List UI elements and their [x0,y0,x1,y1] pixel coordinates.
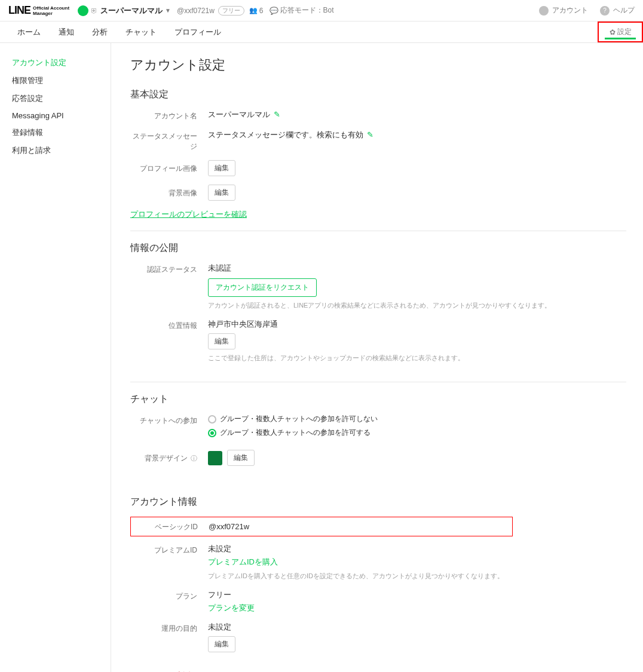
premium-id-value: 未設定 [208,544,626,554]
purpose-label: 運用の目的 [130,622,208,634]
main-nav: ホーム 通知 分析 チャット プロフィール ✿設定 [0,22,643,43]
user-icon [539,6,549,16]
main-content: アカウント設定 基本設定 アカウント名 スーパーマルマル✎ ステータスメッセージ… [111,43,643,672]
account-info-heading: アカウント情報 [130,496,626,508]
chevron-down-icon[interactable]: ▼ [165,7,171,14]
location-value: 神戸市中央区海岸通 [208,319,626,330]
radio-join-on[interactable]: グループ・複数人チャットへの参加を許可する [208,428,626,438]
nav-profile[interactable]: プロフィール [166,22,230,42]
chat-icon: 💬 [270,7,278,15]
sidebar-item-messaging-api[interactable]: Messaging API [0,108,111,124]
purpose-value: 未設定 [208,622,626,633]
gear-icon: ✿ [610,28,616,36]
bg-color-swatch[interactable] [208,451,222,465]
basic-id-value: @xxf0721w [209,522,512,531]
edit-purpose-button[interactable]: 編集 [208,636,235,652]
chat-join-label: チャットへの参加 [130,414,208,426]
account-avatar[interactable] [78,5,88,16]
nav-home[interactable]: ホーム [8,22,50,42]
member-count: 👥6 [249,7,264,15]
chat-bg-label: 背景デザイン ⓘ [130,450,208,464]
sidebar-item-registration[interactable]: 登録情報 [0,124,111,142]
buy-premium-id-link[interactable]: プレミアムIDを購入 [208,557,278,566]
edit-chat-bg-button[interactable]: 編集 [227,450,255,466]
chat-heading: チャット [130,393,626,406]
profile-image-label: プロフィール画像 [130,160,208,174]
verify-hint: アカウントが認証されると、LINEアプリの検索結果などに表示されるため、アカウン… [208,300,626,311]
sidebar-item-billing[interactable]: 利用と請求 [0,142,111,159]
plan-value: フリー [208,590,626,600]
account-handle: @xxf0721w [177,7,215,15]
plan-badge: フリー [218,6,244,16]
section-disclosure: 情報の公開 認証ステータス 未認証 アカウント認証をリクエスト アカウントが認証… [130,242,626,382]
nav-notifications[interactable]: 通知 [50,22,83,42]
disclosure-heading: 情報の公開 [130,242,626,254]
edit-location-button[interactable]: 編集 [208,333,235,349]
nav-settings[interactable]: ✿設定 [598,22,643,42]
bg-image-label: 背景画像 [130,185,208,198]
logo: LINE [8,4,30,17]
logo-subtitle: Official AccountManager [33,5,69,16]
sidebar-item-permissions[interactable]: 権限管理 [0,72,111,90]
account-name-label: アカウント名 [130,109,208,121]
status-value: ステータスメッセージ欄です。検索にも有効 [208,130,363,139]
basic-heading: 基本設定 [130,88,626,101]
edit-status-icon[interactable]: ✎ [367,130,373,139]
help-icon: ? [600,6,610,16]
people-icon: 👥 [249,7,258,14]
premium-id-label: プレミアムID [130,544,208,556]
premium-hint: プレミアムIDを購入すると任意のIDを設定できるため、アカウントがより見つかりや… [208,571,626,581]
topbar: LINE Official AccountManager ⛨ スーパーマルマル … [0,0,643,22]
plan-label: プラン [130,590,208,602]
response-mode: 💬応答モード：Bot [270,5,334,16]
help-link[interactable]: ヘルプ [613,5,635,16]
radio-icon [208,429,216,437]
profile-preview-link[interactable]: プロフィールのプレビューを確認 [130,210,247,219]
edit-bg-image-button[interactable]: 編集 [208,185,235,201]
radio-join-off[interactable]: グループ・複数人チャットへの参加を許可しない [208,414,626,424]
account-name-value: スーパーマルマル [208,110,270,119]
basic-id-row: ベーシックID @xxf0721w [130,517,513,536]
location-label: 位置情報 [130,319,208,331]
section-account-info: アカウント情報 ベーシックID @xxf0721w プレミアムID 未設定 プレ… [130,496,626,652]
edit-account-name-icon[interactable]: ✎ [274,110,280,119]
edit-profile-image-button[interactable]: 編集 [208,160,235,176]
verify-label: 認証ステータス [130,263,208,275]
change-plan-link[interactable]: プランを変更 [208,603,255,612]
basic-id-label: ベーシックID [131,521,209,532]
status-label: ステータスメッセージ [130,130,208,152]
sidebar-item-response[interactable]: 応答設定 [0,90,111,108]
radio-icon [208,415,216,424]
section-basic: 基本設定 アカウント名 スーパーマルマル✎ ステータスメッセージ ステータスメッ… [130,88,626,231]
location-hint: ここで登録した住所は、アカウントやショップカードの検索結果などに表示されます。 [208,353,626,363]
section-chat: チャット チャットへの参加 グループ・複数人チャットへの参加を許可しない グルー… [130,393,626,485]
verified-shield-icon: ⛨ [91,7,98,15]
sidebar-item-account-settings[interactable]: アカウント設定 [0,54,111,72]
sidebar: アカウント設定 権限管理 応答設定 Messaging API 登録情報 利用と… [0,43,111,672]
request-verification-button[interactable]: アカウント認証をリクエスト [208,278,317,297]
nav-chat[interactable]: チャット [117,22,166,42]
page-title: アカウント設定 [130,56,626,74]
nav-analytics[interactable]: 分析 [83,22,117,42]
account-name[interactable]: スーパーマルマル [100,5,163,16]
account-menu[interactable]: アカウント [552,5,588,16]
help-icon[interactable]: ⓘ [191,455,197,462]
verify-value: 未認証 [208,263,626,274]
